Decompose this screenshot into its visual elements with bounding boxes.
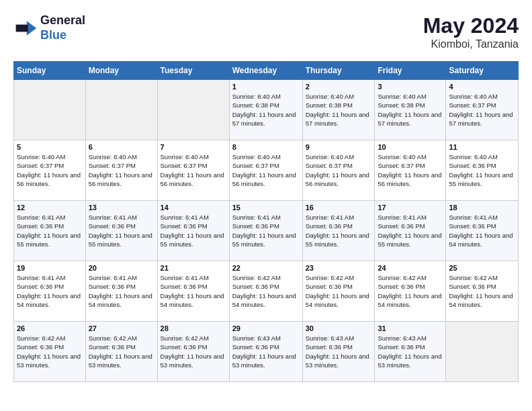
calendar-cell: 27 Sunrise: 6:42 AMSunset: 6:36 PMDaylig… [85, 322, 157, 382]
day-number: 11 [449, 143, 515, 151]
day-info: Sunrise: 6:43 AMSunset: 6:36 PMDaylight:… [378, 334, 443, 369]
col-header-sunday: Sunday [14, 62, 86, 80]
day-info: Sunrise: 6:41 AMSunset: 6:36 PMDaylight:… [232, 213, 300, 248]
week-row-2: 5 Sunrise: 6:40 AMSunset: 6:37 PMDayligh… [14, 140, 519, 201]
day-info: Sunrise: 6:40 AMSunset: 6:38 PMDaylight:… [378, 92, 443, 128]
col-header-wednesday: Wednesday [229, 62, 302, 80]
calendar-cell [446, 322, 519, 382]
day-info: Sunrise: 6:40 AMSunset: 6:37 PMDaylight:… [161, 152, 226, 188]
col-header-tuesday: Tuesday [157, 62, 229, 80]
day-number: 18 [449, 203, 515, 212]
day-info: Sunrise: 6:41 AMSunset: 6:36 PMDaylight:… [378, 213, 443, 248]
week-row-1: 1 Sunrise: 6:40 AMSunset: 6:38 PMDayligh… [14, 80, 519, 140]
calendar-cell: 8 Sunrise: 6:40 AMSunset: 6:37 PMDayligh… [229, 140, 302, 201]
col-header-friday: Friday [375, 62, 446, 80]
day-number: 30 [306, 324, 372, 332]
day-info: Sunrise: 6:40 AMSunset: 6:38 PMDaylight:… [232, 92, 300, 128]
calendar-cell: 3 Sunrise: 6:40 AMSunset: 6:38 PMDayligh… [375, 80, 446, 140]
day-info: Sunrise: 6:40 AMSunset: 6:37 PMDaylight:… [89, 152, 154, 188]
day-info: Sunrise: 6:40 AMSunset: 6:36 PMDaylight:… [449, 152, 515, 188]
calendar-cell [85, 80, 157, 140]
calendar-cell: 23 Sunrise: 6:42 AMSunset: 6:36 PMDaylig… [302, 261, 375, 322]
calendar-cell [14, 80, 86, 140]
header-row: SundayMondayTuesdayWednesdayThursdayFrid… [14, 62, 519, 80]
calendar-cell: 29 Sunrise: 6:43 AMSunset: 6:36 PMDaylig… [229, 322, 302, 382]
logo-line1: General [40, 13, 85, 28]
logo-icon [13, 16, 38, 40]
location: Kiomboi, Tanzania [423, 38, 519, 50]
calendar-cell: 7 Sunrise: 6:40 AMSunset: 6:37 PMDayligh… [157, 140, 229, 201]
day-info: Sunrise: 6:40 AMSunset: 6:37 PMDaylight:… [306, 152, 372, 188]
calendar-cell: 30 Sunrise: 6:43 AMSunset: 6:36 PMDaylig… [302, 322, 375, 382]
day-info: Sunrise: 6:41 AMSunset: 6:36 PMDaylight:… [89, 273, 154, 309]
week-row-5: 26 Sunrise: 6:42 AMSunset: 6:36 PMDaylig… [14, 322, 519, 382]
day-number: 8 [232, 143, 300, 151]
day-number: 20 [89, 264, 154, 272]
day-info: Sunrise: 6:42 AMSunset: 6:36 PMDaylight:… [378, 273, 443, 309]
logo: General Blue [13, 13, 85, 42]
calendar-cell: 31 Sunrise: 6:43 AMSunset: 6:36 PMDaylig… [375, 322, 446, 382]
calendar-cell: 19 Sunrise: 6:41 AMSunset: 6:36 PMDaylig… [14, 261, 86, 322]
day-number: 7 [161, 143, 226, 151]
day-info: Sunrise: 6:41 AMSunset: 6:36 PMDaylight:… [306, 213, 372, 248]
calendar-cell: 17 Sunrise: 6:41 AMSunset: 6:36 PMDaylig… [375, 201, 446, 261]
day-number: 12 [17, 203, 83, 212]
day-info: Sunrise: 6:41 AMSunset: 6:36 PMDaylight:… [161, 213, 226, 248]
day-info: Sunrise: 6:43 AMSunset: 6:36 PMDaylight:… [232, 334, 300, 369]
day-info: Sunrise: 6:42 AMSunset: 6:36 PMDaylight:… [17, 334, 83, 369]
logo-line2: Blue [40, 28, 85, 43]
day-number: 16 [306, 203, 372, 212]
svg-rect-2 [16, 24, 28, 32]
calendar-cell [157, 80, 229, 140]
day-number: 13 [89, 203, 154, 212]
week-row-3: 12 Sunrise: 6:41 AMSunset: 6:36 PMDaylig… [14, 201, 519, 261]
day-info: Sunrise: 6:42 AMSunset: 6:36 PMDaylight:… [89, 334, 154, 369]
day-number: 3 [378, 83, 443, 91]
day-number: 29 [232, 324, 300, 332]
calendar-cell: 14 Sunrise: 6:41 AMSunset: 6:36 PMDaylig… [157, 201, 229, 261]
day-number: 31 [378, 324, 443, 332]
calendar-cell: 25 Sunrise: 6:42 AMSunset: 6:36 PMDaylig… [446, 261, 519, 322]
calendar-cell: 20 Sunrise: 6:41 AMSunset: 6:36 PMDaylig… [85, 261, 157, 322]
col-header-thursday: Thursday [302, 62, 375, 80]
calendar-cell: 24 Sunrise: 6:42 AMSunset: 6:36 PMDaylig… [375, 261, 446, 322]
calendar-cell: 1 Sunrise: 6:40 AMSunset: 6:38 PMDayligh… [229, 80, 302, 140]
calendar-cell: 6 Sunrise: 6:40 AMSunset: 6:37 PMDayligh… [85, 140, 157, 201]
calendar-cell: 21 Sunrise: 6:41 AMSunset: 6:36 PMDaylig… [157, 261, 229, 322]
calendar-cell: 12 Sunrise: 6:41 AMSunset: 6:36 PMDaylig… [14, 201, 86, 261]
day-info: Sunrise: 6:40 AMSunset: 6:37 PMDaylight:… [17, 152, 83, 188]
calendar-cell: 11 Sunrise: 6:40 AMSunset: 6:36 PMDaylig… [446, 140, 519, 201]
month-year: May 2024 [423, 13, 519, 38]
calendar-cell: 10 Sunrise: 6:40 AMSunset: 6:37 PMDaylig… [375, 140, 446, 201]
title-block: May 2024 Kiomboi, Tanzania [423, 13, 519, 50]
calendar-cell: 22 Sunrise: 6:42 AMSunset: 6:36 PMDaylig… [229, 261, 302, 322]
day-number: 23 [306, 264, 372, 272]
day-number: 14 [161, 203, 226, 212]
day-info: Sunrise: 6:41 AMSunset: 6:36 PMDaylight:… [17, 213, 83, 248]
day-number: 28 [161, 324, 226, 332]
day-info: Sunrise: 6:42 AMSunset: 6:36 PMDaylight:… [306, 273, 372, 309]
day-number: 25 [449, 264, 515, 272]
day-number: 26 [17, 324, 83, 332]
day-number: 6 [89, 143, 154, 151]
calendar-cell: 15 Sunrise: 6:41 AMSunset: 6:36 PMDaylig… [229, 201, 302, 261]
page-header: General Blue May 2024 Kiomboi, Tanzania [13, 13, 519, 50]
day-info: Sunrise: 6:42 AMSunset: 6:36 PMDaylight:… [161, 334, 226, 369]
day-number: 4 [449, 83, 515, 91]
calendar-cell: 16 Sunrise: 6:41 AMSunset: 6:36 PMDaylig… [302, 201, 375, 261]
calendar-cell: 2 Sunrise: 6:40 AMSunset: 6:38 PMDayligh… [302, 80, 375, 140]
col-header-saturday: Saturday [446, 62, 519, 80]
day-info: Sunrise: 6:42 AMSunset: 6:36 PMDaylight:… [449, 273, 515, 309]
day-info: Sunrise: 6:41 AMSunset: 6:36 PMDaylight:… [89, 213, 154, 248]
day-info: Sunrise: 6:42 AMSunset: 6:36 PMDaylight:… [232, 273, 300, 309]
day-number: 17 [378, 203, 443, 212]
col-header-monday: Monday [85, 62, 157, 80]
calendar-cell: 5 Sunrise: 6:40 AMSunset: 6:37 PMDayligh… [14, 140, 86, 201]
day-number: 21 [161, 264, 226, 272]
day-number: 19 [17, 264, 83, 272]
day-number: 2 [306, 83, 372, 91]
day-number: 24 [378, 264, 443, 272]
day-number: 1 [232, 83, 300, 91]
calendar-cell: 4 Sunrise: 6:40 AMSunset: 6:37 PMDayligh… [446, 80, 519, 140]
day-info: Sunrise: 6:41 AMSunset: 6:36 PMDaylight:… [161, 273, 226, 309]
